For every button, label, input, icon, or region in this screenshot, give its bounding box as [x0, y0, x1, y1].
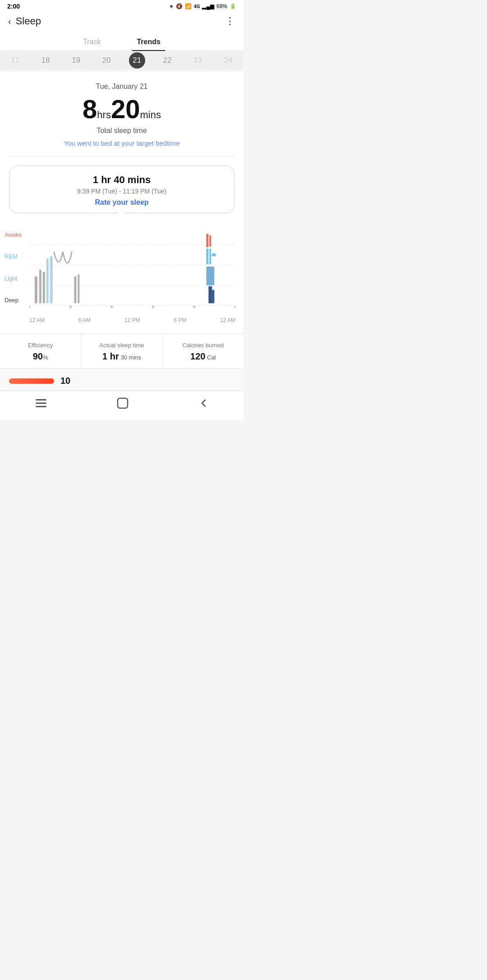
signal-icon: ▂▄▆ [202, 3, 214, 9]
sleep-time-display: 8hrs20mins [0, 94, 244, 125]
sleep-hours: 8 [83, 94, 97, 124]
svg-point-4 [29, 306, 31, 308]
date-20[interactable]: 20 [92, 54, 122, 67]
svg-rect-11 [39, 270, 41, 304]
calories-unit: Cal [205, 354, 216, 361]
tab-bar: Track Trends [0, 32, 244, 51]
time-label-12pm: 12 PM [124, 317, 140, 323]
efficiency-value: 90% [4, 351, 77, 362]
svg-rect-22 [208, 286, 212, 304]
tab-track[interactable]: Track [78, 34, 105, 51]
tab-trends[interactable]: Trends [132, 34, 165, 51]
time-label-6am: 6 AM [78, 317, 91, 323]
efficiency-unit: % [43, 354, 48, 361]
battery-pct: 68% [216, 3, 227, 9]
svg-rect-23 [212, 290, 214, 304]
calories-value: 120 Cal [166, 351, 240, 362]
session-time-range: 9:39 PM (Tue) - 11:19 PM (Tue) [18, 188, 225, 195]
sleep-mins: 20 [111, 94, 140, 124]
date-19[interactable]: 19 [61, 54, 92, 67]
bottom-number: 10 [60, 376, 70, 386]
bluetooth-icon: ∗ [169, 3, 174, 9]
svg-rect-14 [50, 256, 53, 303]
date-scrubber[interactable]: 17 18 19 20 22 23 24 [0, 51, 244, 70]
svg-rect-17 [206, 234, 208, 248]
sleep-chart-area: Awake REM Light Deep [0, 213, 244, 329]
back-button[interactable]: ‹ Sleep [8, 15, 41, 27]
label-awake: Awake [5, 231, 22, 238]
stat-efficiency: Efficiency 90% [0, 334, 81, 368]
date-row: 17 18 19 20 22 23 24 [0, 54, 244, 67]
selected-date: Tue, January 21 [0, 72, 244, 94]
chart-stage-labels: Awake REM Light Deep [5, 231, 22, 304]
actual-sleep-value: 1 hr 30 mins [85, 351, 158, 362]
rate-sleep-button[interactable]: Rate your sleep [18, 198, 225, 207]
svg-rect-27 [118, 398, 128, 408]
target-bedtime-msg: You went to bed at your target bedtime [0, 137, 244, 156]
time-label-12am-end: 12 AM [220, 317, 235, 323]
svg-rect-20 [209, 248, 211, 264]
status-icons: ∗ 🔇 📶 4G ▂▄▆ 68% 🔋 [169, 3, 236, 9]
svg-rect-26 [36, 406, 46, 407]
total-sleep-label: Total sleep time [0, 125, 244, 137]
time-label-6pm: 6 PM [174, 317, 186, 323]
4g-icon: 4G [194, 4, 200, 9]
actual-sleep-unit: 30 mins [119, 354, 141, 361]
chart-svg-container [29, 231, 235, 314]
label-rem: REM [5, 253, 22, 260]
header: ‹ Sleep ⋮ [0, 12, 244, 32]
svg-rect-25 [36, 403, 46, 404]
main-content: Tue, January 21 8hrs20mins Total sleep t… [0, 72, 244, 391]
nav-back-button[interactable] [198, 398, 208, 411]
date-22[interactable]: 22 [152, 54, 183, 67]
nav-menu-button[interactable] [35, 398, 47, 411]
time-label-12am: 12 AM [29, 317, 45, 323]
stat-actual-sleep: Actual sleep time 1 hr 30 mins [81, 334, 162, 368]
divider-1 [9, 156, 234, 156]
date-17[interactable]: 17 [0, 54, 31, 67]
label-light: Light [5, 275, 22, 282]
nav-bar [0, 391, 244, 421]
svg-point-9 [234, 306, 235, 308]
bottom-preview: 10 [0, 368, 244, 391]
hours-unit: hrs [97, 109, 111, 120]
date-24[interactable]: 24 [213, 54, 244, 67]
mute-icon: 🔇 [176, 3, 183, 9]
svg-rect-13 [46, 258, 49, 303]
wifi-icon: 📶 [185, 3, 192, 9]
efficiency-label: Efficiency [4, 342, 77, 349]
chart-time-labels: 12 AM 6 AM 12 PM 6 PM 12 AM [29, 314, 235, 329]
svg-rect-21 [206, 267, 214, 285]
stat-calories: Calories burned 120 Cal [163, 334, 244, 368]
status-time: 2:00 [7, 3, 20, 10]
session-duration: 1 hr 40 mins [18, 174, 225, 186]
date-21[interactable] [122, 58, 152, 63]
svg-rect-18 [209, 235, 211, 247]
session-card: 1 hr 40 mins 9:39 PM (Tue) - 11:19 PM (T… [9, 166, 234, 213]
svg-rect-10 [35, 276, 37, 304]
svg-point-8 [193, 306, 196, 308]
label-deep: Deep [5, 297, 22, 304]
bottom-bar [9, 378, 54, 384]
stats-row: Efficiency 90% Actual sleep time 1 hr 30… [0, 333, 244, 368]
svg-rect-16 [78, 274, 79, 304]
svg-point-6 [110, 306, 113, 308]
date-23[interactable]: 23 [183, 54, 213, 67]
calories-label: Calories burned [166, 342, 240, 349]
sleep-chart-svg [29, 231, 235, 313]
svg-rect-19 [206, 248, 208, 264]
svg-rect-15 [74, 276, 76, 304]
more-options-button[interactable]: ⋮ [225, 15, 235, 27]
actual-sleep-label: Actual sleep time [85, 342, 158, 349]
svg-point-5 [69, 306, 72, 308]
svg-rect-24 [36, 399, 46, 400]
back-icon: ‹ [8, 16, 11, 27]
page-title: Sleep [16, 15, 41, 27]
nav-home-button[interactable] [117, 397, 129, 412]
battery-icon: 🔋 [230, 3, 236, 9]
svg-point-7 [152, 306, 154, 308]
mins-unit: mins [140, 109, 161, 120]
status-bar: 2:00 ∗ 🔇 📶 4G ▂▄▆ 68% 🔋 [0, 0, 244, 12]
svg-rect-12 [43, 272, 45, 304]
date-18[interactable]: 18 [31, 54, 61, 67]
